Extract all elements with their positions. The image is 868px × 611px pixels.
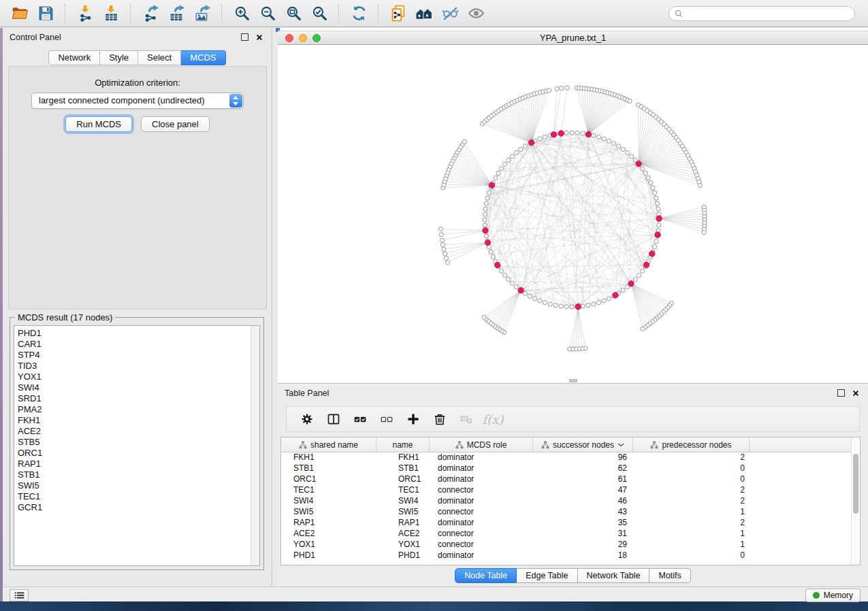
mcds-result-item[interactable]: ORC1 [14, 448, 259, 459]
table-row[interactable]: SWI5SWI5connector431 [281, 506, 851, 517]
cell-shared-name: SWI4 [281, 495, 376, 506]
export-image-button[interactable] [191, 3, 213, 24]
refresh-button[interactable] [348, 3, 370, 24]
deselect-all-button[interactable] [375, 409, 398, 429]
delete-column-button[interactable] [428, 409, 451, 429]
maximize-window-icon[interactable] [312, 34, 321, 42]
mcds-result-item[interactable]: YOX1 [14, 371, 259, 382]
network-node [570, 131, 574, 135]
home-pages-button[interactable] [413, 3, 435, 24]
cell-shared-name: FKH1 [281, 452, 376, 463]
open-folder-button[interactable] [9, 3, 31, 24]
mcds-result-item[interactable]: GCR1 [14, 502, 259, 513]
tab-edge-table[interactable]: Edge Table [517, 568, 577, 583]
close-panel-button[interactable]: Close panel [141, 116, 210, 132]
tab-motifs[interactable]: Motifs [649, 568, 690, 583]
table-row[interactable]: SWI4SWI4dominator462 [281, 495, 851, 506]
cell-shared-name: SWI5 [281, 506, 376, 517]
network-canvas[interactable] [278, 45, 868, 383]
cell-shared-name: ORC1 [281, 474, 376, 484]
close-button[interactable] [852, 390, 859, 397]
run-mcds-button[interactable]: Run MCDS [65, 116, 132, 132]
network-node [581, 131, 585, 135]
close-button[interactable] [256, 34, 263, 41]
import-table-button[interactable] [100, 3, 122, 24]
import-network-button[interactable] [74, 3, 96, 24]
mcds-result-item[interactable]: PMA2 [14, 404, 259, 415]
close-window-icon[interactable] [285, 34, 293, 42]
network-window-titlebar[interactable]: YPA_prune.txt_1 [278, 31, 868, 45]
tab-style[interactable]: Style [100, 50, 138, 65]
float-button[interactable] [837, 389, 845, 397]
mcds-result-item[interactable]: PHD1 [14, 328, 259, 339]
search-box[interactable] [669, 6, 855, 21]
mcds-result-item[interactable]: CAR1 [14, 339, 259, 350]
export-network-button[interactable] [140, 3, 161, 24]
network-node [510, 154, 514, 159]
table-scrollbar[interactable] [851, 437, 860, 565]
mcds-result-item[interactable]: STP4 [14, 350, 259, 361]
split-view-button[interactable] [322, 409, 345, 429]
zoom-out-button[interactable] [257, 3, 278, 24]
table-row[interactable]: ACE2ACE2connector311 [281, 528, 851, 539]
zoom-fit-button[interactable] [283, 3, 304, 24]
tab-network[interactable]: Network [48, 50, 100, 65]
mcds-result-item[interactable]: FKH1 [14, 415, 259, 426]
tab-network-table[interactable]: Network Table [578, 568, 650, 583]
scrollbar-thumb[interactable] [853, 454, 858, 514]
zoom-selected-button[interactable] [308, 3, 330, 24]
optimization-criterion-select[interactable]: largest connected component (undirected) [31, 93, 244, 109]
save-button[interactable] [35, 3, 57, 24]
network-node [507, 158, 511, 162]
column-header-name[interactable]: name [376, 437, 430, 452]
column-header-shared-name[interactable]: shared name [281, 437, 376, 452]
export-table-button[interactable] [165, 3, 187, 24]
table-row[interactable]: STB1STB1dominator620 [281, 463, 851, 474]
select-all-button[interactable] [349, 409, 372, 429]
float-button[interactable] [241, 33, 248, 41]
mcds-result-item[interactable]: STB1 [14, 469, 259, 480]
add-column-button[interactable] [402, 409, 425, 429]
minimize-window-icon[interactable] [299, 34, 307, 42]
table-row[interactable]: RAP1RAP1dominator352 [281, 517, 851, 528]
memory-button[interactable]: Memory [805, 589, 861, 602]
mcds-result-item[interactable]: TID3 [14, 361, 259, 371]
tab-mcds[interactable]: MCDS [181, 50, 225, 65]
table-row[interactable]: FKH1FKH1dominator962 [281, 452, 851, 463]
clone-network-button[interactable] [387, 3, 409, 24]
zoom-in-button[interactable] [231, 3, 253, 24]
tab-select[interactable]: Select [138, 50, 181, 65]
mcds-result-item[interactable]: SWI4 [14, 382, 259, 393]
network-graph[interactable] [278, 45, 868, 383]
cell-successor-nodes: 62 [533, 463, 633, 474]
column-header-predecessor-nodes[interactable]: predecessor nodes [633, 437, 750, 452]
network-node [553, 303, 558, 308]
search-input[interactable] [684, 7, 854, 20]
mcds-node [494, 262, 500, 267]
task-history-button[interactable] [10, 589, 29, 601]
mcds-result-item[interactable]: SWI5 [14, 480, 259, 491]
network-node [656, 207, 660, 211]
table-row[interactable]: TEC1TEC1connector472 [281, 484, 851, 495]
mcds-node [483, 228, 488, 233]
result-scrollbar[interactable] [251, 326, 259, 565]
mcds-result-item[interactable]: ACE2 [14, 426, 259, 437]
table-row[interactable]: ORC1ORC1dominator610 [281, 474, 851, 484]
cell-shared-name: PHD1 [281, 550, 376, 561]
mcds-result-item[interactable]: STB5 [14, 437, 259, 448]
column-header-successor-nodes[interactable]: successor nodes [533, 437, 633, 452]
hide-visual-button[interactable] [439, 3, 461, 24]
panel-splitter[interactable] [272, 28, 278, 587]
table-row[interactable]: PHD1PHD1dominator180 [281, 550, 851, 561]
mcds-result-list[interactable]: PHD1CAR1STP4TID3YOX1SWI4SRD1PMA2FKH1ACE2… [14, 325, 260, 566]
mcds-result-item[interactable]: SRD1 [14, 393, 259, 404]
gear-button[interactable] [295, 409, 319, 429]
column-header-MCDS-role[interactable]: MCDS role [430, 437, 533, 452]
mcds-result-item[interactable]: RAP1 [14, 459, 259, 469]
table-row[interactable]: YOX1YOX1connector291 [281, 539, 851, 550]
mcds-result-item[interactable]: TEC1 [14, 491, 259, 502]
show-visual-button[interactable] [465, 3, 487, 24]
tab-node-table[interactable]: Node Table [455, 568, 517, 583]
network-node [653, 245, 657, 249]
splitter-handle[interactable] [569, 379, 577, 382]
